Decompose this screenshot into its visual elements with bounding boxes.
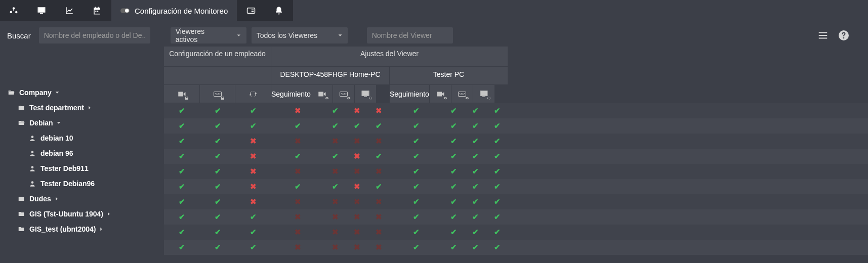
check-icon[interactable]: ✔	[472, 121, 479, 130]
check-icon[interactable]: ✔	[215, 228, 221, 237]
nav-tab-idcard[interactable]	[237, 0, 265, 21]
check-icon[interactable]: ✔	[494, 106, 501, 115]
cross-icon[interactable]: ✖	[332, 243, 339, 252]
check-icon[interactable]: ✔	[494, 137, 501, 146]
tree-row[interactable]: Tester Debian96	[7, 176, 164, 191]
cross-icon[interactable]: ✖	[376, 228, 382, 237]
tree-row[interactable]: GIS_test (ubnt2004)	[7, 222, 164, 237]
cross-icon[interactable]: ✖	[354, 212, 360, 222]
check-icon[interactable]: ✔	[494, 182, 501, 191]
check-icon[interactable]: ✔	[179, 167, 185, 176]
check-icon[interactable]: ✔	[215, 152, 221, 161]
check-icon[interactable]: ✔	[179, 121, 185, 130]
hdr-pc1-cursor[interactable]	[355, 85, 377, 103]
check-icon[interactable]: ✔	[450, 212, 457, 222]
cross-icon[interactable]: ✖	[250, 182, 257, 191]
check-icon[interactable]: ✔	[250, 243, 257, 252]
nav-tab-calendar[interactable]	[84, 0, 111, 21]
check-icon[interactable]: ✔	[472, 243, 479, 252]
check-icon[interactable]: ✔	[179, 152, 185, 161]
cross-icon[interactable]: ✖	[332, 197, 339, 206]
check-icon[interactable]: ✔	[250, 121, 257, 130]
check-icon[interactable]: ✔	[494, 228, 501, 237]
cross-icon[interactable]: ✖	[295, 212, 301, 222]
cross-icon[interactable]: ✖	[354, 167, 360, 176]
nav-tab-monitoring-config[interactable]: Configuración de Monitoreo	[111, 0, 237, 21]
dropdown-all-viewers[interactable]: Todos los Vieweres	[252, 27, 348, 43]
check-icon[interactable]: ✔	[472, 106, 479, 115]
check-icon[interactable]: ✔	[450, 243, 457, 252]
cross-icon[interactable]: ✖	[250, 137, 257, 146]
check-icon[interactable]: ✔	[450, 137, 457, 146]
check-icon[interactable]: ✔	[472, 152, 479, 161]
check-icon[interactable]: ✔	[376, 182, 382, 191]
check-icon[interactable]: ✔	[413, 106, 420, 115]
hdr-pc1-cam[interactable]	[311, 85, 333, 103]
check-icon[interactable]: ✔	[472, 182, 479, 191]
check-icon[interactable]: ✔	[332, 121, 339, 130]
check-icon[interactable]: ✔	[295, 152, 301, 161]
check-icon[interactable]: ✔	[450, 228, 457, 237]
cross-icon[interactable]: ✖	[295, 243, 301, 252]
check-icon[interactable]: ✔	[472, 212, 479, 222]
check-icon[interactable]: ✔	[215, 197, 221, 206]
cross-icon[interactable]: ✖	[332, 167, 339, 176]
cross-icon[interactable]: ✖	[354, 106, 360, 115]
check-icon[interactable]: ✔	[413, 121, 420, 130]
check-icon[interactable]: ✔	[450, 121, 457, 130]
check-icon[interactable]: ✔	[354, 121, 360, 130]
check-icon[interactable]: ✔	[472, 167, 479, 176]
check-icon[interactable]: ✔	[215, 137, 221, 146]
check-icon[interactable]: ✔	[450, 152, 457, 161]
cross-icon[interactable]: ✖	[354, 182, 360, 191]
dropdown-active-viewers[interactable]: Vieweres activos	[171, 27, 246, 43]
check-icon[interactable]: ✔	[295, 121, 301, 130]
tree-row[interactable]: Test department	[7, 100, 164, 115]
list-view-icon[interactable]	[817, 30, 829, 41]
nav-tab-monitor[interactable]	[28, 0, 56, 21]
check-icon[interactable]: ✔	[413, 243, 420, 252]
check-icon[interactable]: ✔	[179, 106, 185, 115]
check-icon[interactable]: ✔	[179, 197, 185, 206]
check-icon[interactable]: ✔	[179, 137, 185, 146]
cross-icon[interactable]: ✖	[376, 243, 382, 252]
cross-icon[interactable]: ✖	[354, 243, 360, 252]
cross-icon[interactable]: ✖	[354, 228, 360, 237]
check-icon[interactable]: ✔	[250, 228, 257, 237]
cross-icon[interactable]: ✖	[250, 152, 257, 161]
cross-icon[interactable]: ✖	[295, 228, 301, 237]
check-icon[interactable]: ✔	[215, 243, 221, 252]
hdr-pc2-key[interactable]	[451, 85, 473, 103]
cross-icon[interactable]: ✖	[376, 137, 382, 146]
check-icon[interactable]: ✔	[494, 212, 501, 222]
nav-tab-reports[interactable]	[56, 0, 84, 21]
nav-tab-notifications[interactable]	[265, 0, 293, 21]
check-icon[interactable]: ✔	[376, 152, 382, 161]
cross-icon[interactable]: ✖	[295, 137, 301, 146]
check-icon[interactable]: ✔	[250, 106, 257, 115]
check-icon[interactable]: ✔	[450, 167, 457, 176]
cross-icon[interactable]: ✖	[332, 212, 339, 222]
check-icon[interactable]: ✔	[179, 212, 185, 222]
hdr-emp-refresh[interactable]	[235, 85, 271, 103]
check-icon[interactable]: ✔	[413, 152, 420, 161]
check-icon[interactable]: ✔	[179, 228, 185, 237]
check-icon[interactable]: ✔	[376, 121, 382, 130]
check-icon[interactable]: ✔	[413, 182, 420, 191]
check-icon[interactable]: ✔	[472, 137, 479, 146]
check-icon[interactable]: ✔	[450, 182, 457, 191]
check-icon[interactable]: ✔	[215, 121, 221, 130]
tree-row[interactable]: Tester Deb911	[7, 161, 164, 176]
viewer-name-input[interactable]	[367, 27, 453, 43]
check-icon[interactable]: ✔	[295, 182, 301, 191]
check-icon[interactable]: ✔	[494, 167, 501, 176]
check-icon[interactable]: ✔	[332, 182, 339, 191]
check-icon[interactable]: ✔	[413, 228, 420, 237]
cross-icon[interactable]: ✖	[250, 197, 257, 206]
check-icon[interactable]: ✔	[179, 182, 185, 191]
cross-icon[interactable]: ✖	[376, 167, 382, 176]
check-icon[interactable]: ✔	[494, 121, 501, 130]
check-icon[interactable]: ✔	[472, 228, 479, 237]
check-icon[interactable]: ✔	[332, 106, 339, 115]
cross-icon[interactable]: ✖	[354, 152, 360, 161]
